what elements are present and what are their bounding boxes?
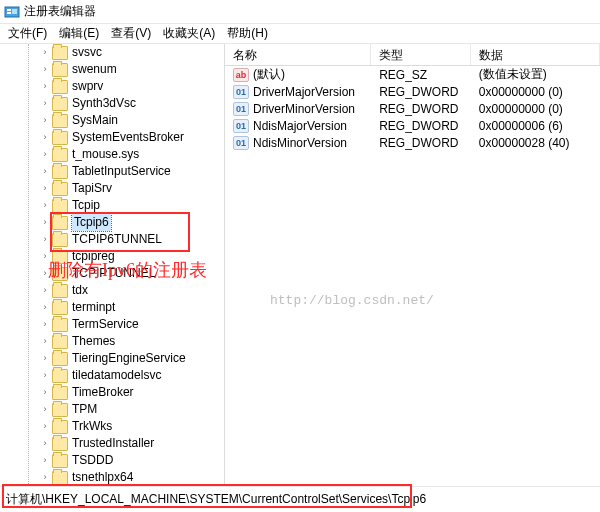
- expand-icon[interactable]: ›: [40, 44, 50, 61]
- tree-item-label: TapiSrv: [72, 180, 112, 197]
- tree-item[interactable]: ›TermService: [40, 316, 224, 333]
- expand-icon[interactable]: ›: [40, 418, 50, 435]
- expand-icon[interactable]: ›: [40, 197, 50, 214]
- tree-item[interactable]: ›TrkWks: [40, 418, 224, 435]
- tree-item[interactable]: ›swprv: [40, 78, 224, 95]
- tree-item-label: svsvc: [72, 44, 102, 61]
- tree-item[interactable]: ›t_mouse.sys: [40, 146, 224, 163]
- tree-item-label: tsnethlpx64: [72, 469, 133, 486]
- column-header-name[interactable]: 名称: [225, 44, 371, 65]
- folder-icon: [52, 369, 68, 383]
- menu-file[interactable]: 文件(F): [2, 23, 53, 44]
- tree-item[interactable]: ›TCPIPTUNNEL: [40, 265, 224, 282]
- menu-help[interactable]: 帮助(H): [221, 23, 274, 44]
- tree-item[interactable]: ›TCPIP6TUNNEL: [40, 231, 224, 248]
- tree-item[interactable]: ›Tcpip6: [40, 214, 224, 231]
- folder-icon: [52, 301, 68, 315]
- svg-rect-1: [7, 9, 11, 11]
- tree-item[interactable]: ›tcpipreg: [40, 248, 224, 265]
- menu-edit[interactable]: 编辑(E): [53, 23, 105, 44]
- expand-icon[interactable]: ›: [40, 61, 50, 78]
- expand-icon[interactable]: ›: [40, 95, 50, 112]
- value-row[interactable]: 01NdisMajorVersionREG_DWORD0x00000006 (6…: [225, 117, 600, 134]
- tree-item-label: TrustedInstaller: [72, 435, 154, 452]
- menu-view[interactable]: 查看(V): [105, 23, 157, 44]
- folder-icon: [52, 471, 68, 485]
- tree-item[interactable]: ›TrustedInstaller: [40, 435, 224, 452]
- expand-icon[interactable]: ›: [40, 367, 50, 384]
- expand-icon[interactable]: ›: [40, 282, 50, 299]
- expand-icon[interactable]: ›: [40, 333, 50, 350]
- expand-icon[interactable]: ›: [40, 231, 50, 248]
- binary-value-icon: 01: [233, 85, 249, 99]
- tree-item[interactable]: ›TimeBroker: [40, 384, 224, 401]
- tree-item[interactable]: ›TabletInputService: [40, 163, 224, 180]
- svg-rect-3: [12, 9, 17, 14]
- tree-item-label: TCPIPTUNNEL: [72, 265, 155, 282]
- tree-item[interactable]: ›Themes: [40, 333, 224, 350]
- value-name: NdisMinorVersion: [253, 136, 347, 150]
- tree-item-label: tdx: [72, 282, 88, 299]
- expand-icon[interactable]: ›: [40, 469, 50, 486]
- value-row[interactable]: 01NdisMinorVersionREG_DWORD0x00000028 (4…: [225, 134, 600, 151]
- expand-icon[interactable]: ›: [40, 265, 50, 282]
- value-data-cell: 0x00000000 (0): [471, 102, 600, 116]
- tree-item[interactable]: ›terminpt: [40, 299, 224, 316]
- folder-icon: [52, 199, 68, 213]
- value-row[interactable]: 01DriverMinorVersionREG_DWORD0x00000000 …: [225, 100, 600, 117]
- expand-icon[interactable]: ›: [40, 350, 50, 367]
- expand-icon[interactable]: ›: [40, 299, 50, 316]
- tree-item-label: SystemEventsBroker: [72, 129, 184, 146]
- expand-icon[interactable]: ›: [40, 163, 50, 180]
- value-name: (默认): [253, 66, 285, 83]
- tree-item[interactable]: ›tiledatamodelsvc: [40, 367, 224, 384]
- tree-item[interactable]: ›svsvc: [40, 44, 224, 61]
- value-name: DriverMinorVersion: [253, 102, 355, 116]
- values-header: 名称 类型 数据: [225, 44, 600, 66]
- tree-item[interactable]: ›swenum: [40, 61, 224, 78]
- title-bar: 注册表编辑器: [0, 0, 600, 24]
- expand-icon[interactable]: ›: [40, 248, 50, 265]
- column-header-data[interactable]: 数据: [471, 44, 600, 65]
- values-body[interactable]: ab(默认)REG_SZ(数值未设置)01DriverMajorVersionR…: [225, 66, 600, 486]
- value-data-cell: 0x00000006 (6): [471, 119, 600, 133]
- value-name: DriverMajorVersion: [253, 85, 355, 99]
- tree-item[interactable]: ›SysMain: [40, 112, 224, 129]
- expand-icon[interactable]: ›: [40, 435, 50, 452]
- expand-icon[interactable]: ›: [40, 180, 50, 197]
- expand-icon[interactable]: ›: [40, 78, 50, 95]
- tree-item-label: TrkWks: [72, 418, 112, 435]
- tree-item[interactable]: ›TPM: [40, 401, 224, 418]
- tree-item[interactable]: ›Tcpip: [40, 197, 224, 214]
- folder-icon: [52, 267, 68, 281]
- folder-icon: [52, 386, 68, 400]
- tree-scroll[interactable]: ›svsvc›swenum›swprv›Synth3dVsc›SysMain›S…: [0, 44, 224, 486]
- expand-icon[interactable]: ›: [40, 112, 50, 129]
- tree-item[interactable]: ›TapiSrv: [40, 180, 224, 197]
- tree-item[interactable]: ›tsnethlpx64: [40, 469, 224, 486]
- tree-item[interactable]: ›TieringEngineService: [40, 350, 224, 367]
- value-name-cell: ab(默认): [225, 66, 371, 83]
- expand-icon[interactable]: ›: [40, 146, 50, 163]
- tree-item-label: Synth3dVsc: [72, 95, 136, 112]
- expand-icon[interactable]: ›: [40, 129, 50, 146]
- value-type-cell: REG_DWORD: [371, 119, 471, 133]
- tree-item[interactable]: ›TSDDD: [40, 452, 224, 469]
- menu-favorites[interactable]: 收藏夹(A): [157, 23, 221, 44]
- expand-icon[interactable]: ›: [40, 384, 50, 401]
- tree-item[interactable]: ›Synth3dVsc: [40, 95, 224, 112]
- column-header-type[interactable]: 类型: [371, 44, 471, 65]
- tree-item[interactable]: ›SystemEventsBroker: [40, 129, 224, 146]
- tree-item-label: TPM: [72, 401, 97, 418]
- expand-icon[interactable]: ›: [40, 452, 50, 469]
- value-row[interactable]: 01DriverMajorVersionREG_DWORD0x00000000 …: [225, 83, 600, 100]
- expand-icon[interactable]: ›: [40, 316, 50, 333]
- string-value-icon: ab: [233, 68, 249, 82]
- values-pane: 名称 类型 数据 ab(默认)REG_SZ(数值未设置)01DriverMajo…: [225, 44, 600, 486]
- tree-item[interactable]: ›tdx: [40, 282, 224, 299]
- expand-icon[interactable]: ›: [40, 401, 50, 418]
- expand-icon[interactable]: ›: [40, 214, 50, 231]
- value-row[interactable]: ab(默认)REG_SZ(数值未设置): [225, 66, 600, 83]
- tree-item-label: Tcpip: [72, 197, 100, 214]
- regedit-icon: [4, 4, 20, 20]
